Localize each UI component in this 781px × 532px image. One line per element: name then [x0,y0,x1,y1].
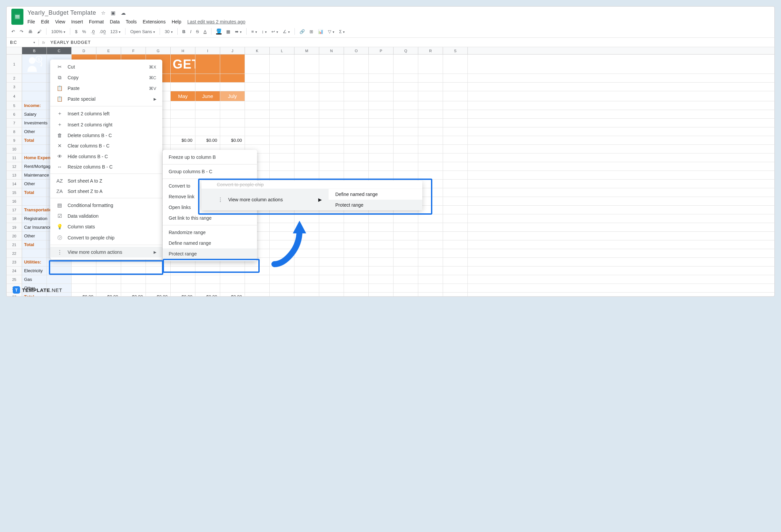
filter-icon[interactable]: ▽ [328,29,334,34]
menu-resize-cols[interactable]: ↔Resize columns B - C [50,162,162,172]
dec-decrease-icon[interactable]: .0̲ [91,29,95,34]
label-total2[interactable]: Total [22,188,47,196]
menu-column-stats[interactable]: 💡Column stats [50,221,162,232]
cell-month-june[interactable]: June [195,91,220,101]
colhead-L[interactable]: L [270,47,294,54]
label-total3[interactable]: Total [22,240,47,249]
rowhead-19[interactable]: 19 [7,223,22,231]
label-salary[interactable]: Salary [22,110,47,118]
rowhead-23[interactable]: 23 [7,258,22,266]
text-color-icon[interactable]: A [203,29,206,34]
rowhead-2[interactable]: 2 [7,74,22,82]
menu-insert-right[interactable]: ＋Insert 2 columns right [50,119,162,130]
colhead-R[interactable]: R [418,47,443,54]
rowhead-6[interactable]: 6 [7,110,22,118]
colhead-E[interactable]: E [96,47,121,54]
rowhead-14[interactable]: 14 [7,180,22,188]
chart-icon[interactable]: 📊 [318,29,323,34]
label-other2[interactable]: Other [22,180,47,188]
menu-insert[interactable]: Insert [71,19,83,25]
label-home-expense[interactable]: Home Expense: [22,153,47,162]
name-box[interactable]: B:C [7,39,39,45]
menu-sort-za[interactable]: Z͏ASort sheet Z to A [50,186,162,196]
label-rent[interactable]: Rent/Mortgage [22,162,47,171]
menu-sort-az[interactable]: A͏ZSort sheet A to Z [50,176,162,186]
rowhead-5[interactable]: 5 [7,101,22,110]
undo-icon[interactable]: ↶ [11,29,15,34]
menu-paste[interactable]: 📋Paste⌘V [50,83,162,94]
bold-icon[interactable]: B [182,29,186,34]
redo-icon[interactable]: ↷ [20,29,24,34]
fill-color-icon[interactable]: 🪣 [216,29,221,35]
merge-icon[interactable]: ⬌ [235,29,242,34]
cell-month-july[interactable]: July [220,91,245,101]
menu-copy[interactable]: ⧉Copy⌘C [50,72,162,83]
number-format-select[interactable]: 123 [111,29,121,34]
print-icon[interactable]: 🖶 [28,29,33,34]
colhead-O[interactable]: O [344,47,369,54]
rowhead-24[interactable]: 24 [7,266,22,275]
label-registration[interactable]: Registration [22,214,47,223]
functions-icon[interactable]: Σ [339,29,345,34]
menu-help[interactable]: Help [172,19,181,25]
star-icon[interactable]: ☆ [100,10,106,16]
rowhead-4[interactable]: 4 [7,91,22,101]
font-size-select[interactable]: 30 [165,29,172,34]
halign-icon[interactable]: ≡ [251,29,257,34]
rowhead-21[interactable]: 21 [7,240,22,249]
menu-paste-special[interactable]: 📋Paste special▶ [50,94,162,104]
label-electricity[interactable]: Electricity [22,266,47,275]
rotate-icon[interactable]: ∠ [283,29,290,34]
banner-title[interactable]: GET [171,54,195,74]
submenu-group[interactable]: Group columns B - C [163,166,257,177]
menu-file[interactable]: File [28,19,35,25]
paint-format-icon[interactable]: 🖌 [37,29,41,34]
colhead-H[interactable]: H [171,47,195,54]
italic-icon[interactable]: I [190,29,192,34]
callout-view-more[interactable]: ⋮ View more column actions ▶ [201,189,329,210]
menu-data-validation[interactable]: ☑Data validation [50,211,162,221]
submenu-get-link[interactable]: Get link to this range [163,213,257,223]
colhead-N[interactable]: N [319,47,344,54]
label-maintenance[interactable]: Maintenance [22,171,47,179]
menu-view[interactable]: View [55,19,65,25]
rowhead-25[interactable]: 25 [7,275,22,283]
wrap-icon[interactable]: ↩ [272,29,278,34]
cell-B1[interactable]: $ [22,54,47,74]
select-all-corner[interactable] [7,47,22,54]
submenu-protect-range[interactable]: Protect range [163,249,257,259]
rowhead-13[interactable]: 13 [7,171,22,179]
colhead-K[interactable]: K [245,47,270,54]
menu-edit[interactable]: Edit [41,19,49,25]
link-icon[interactable]: 🔗 [299,29,305,34]
colhead-F[interactable]: F [121,47,146,54]
submenu-freeze[interactable]: Freeze up to column B [163,152,257,163]
formula-bar[interactable]: YEARLY BUDGET [48,40,93,45]
rowhead-18[interactable]: 18 [7,214,22,223]
label-other3[interactable]: Other [22,232,47,240]
rowhead-16[interactable]: 16 [7,197,22,205]
menu-delete-cols[interactable]: 🗑Delete columns B - C [50,130,162,140]
valign-icon[interactable]: ↕ [262,29,267,34]
label-income[interactable]: Income: [22,101,47,110]
menu-hide-cols[interactable]: 👁Hide columns B - C [50,151,162,162]
menu-people-chip[interactable]: ㋡Convert to people chip [50,232,162,243]
rowhead-3[interactable]: 3 [7,83,22,91]
cloud-icon[interactable]: ☁ [120,10,126,16]
percent-icon[interactable]: % [82,29,86,34]
font-select[interactable]: Open Sans [130,29,155,34]
strike-icon[interactable]: S [196,29,199,34]
colhead-Q[interactable]: Q [394,47,418,54]
menu-insert-left[interactable]: ＋Insert 2 columns left [50,108,162,119]
menu-cut[interactable]: ✂Cut⌘X [50,61,162,72]
label-gas[interactable]: Gas [22,275,47,283]
colhead-J[interactable]: J [220,47,245,54]
menu-tools[interactable]: Tools [126,19,137,25]
rowhead-12[interactable]: 12 [7,162,22,171]
menu-view-more-column-actions[interactable]: ⋮View more column actions▶ [50,247,162,258]
move-icon[interactable]: ▣ [110,10,116,16]
rowhead-10[interactable]: 10 [7,145,22,153]
rowhead-1[interactable]: 1 [7,54,22,74]
colhead-B[interactable]: B [22,47,47,54]
submenu-randomize[interactable]: Randomize range [163,227,257,238]
